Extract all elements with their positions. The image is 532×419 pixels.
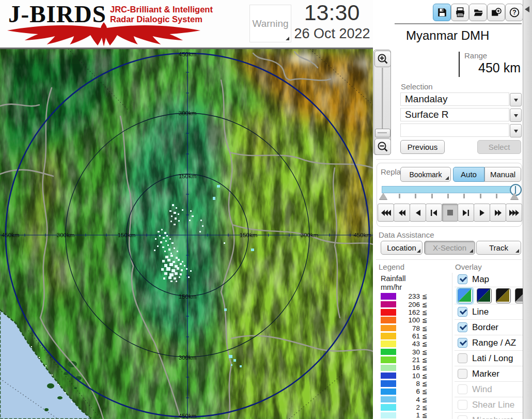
timeline-start-marker[interactable]: [379, 193, 387, 199]
help-button[interactable]: ?: [505, 4, 523, 21]
select-button[interactable]: Select: [477, 140, 521, 154]
panel-collapse-strip[interactable]: [523, 0, 532, 419]
product-dropdown-arrow-icon[interactable]: [510, 108, 522, 122]
print-icon: [455, 7, 465, 18]
map-style-button-2[interactable]: [477, 288, 492, 303]
timeline-end-marker[interactable]: [510, 193, 519, 199]
marker-checkbox[interactable]: [458, 369, 467, 379]
previous-button[interactable]: Previous: [400, 140, 445, 154]
lati-long-checkbox[interactable]: [458, 353, 467, 363]
playback-play-button[interactable]: [474, 204, 490, 222]
svg-text:450km: 450km: [2, 232, 20, 238]
play-reverse-icon: [416, 210, 420, 216]
legend-swatch: [381, 325, 396, 332]
xsection-label: X-Section: [433, 243, 466, 252]
legend-row: 21≦: [381, 356, 437, 364]
range-label: Range: [464, 51, 487, 60]
overlay-row-label: Border: [472, 322, 498, 333]
legend-row: 100≦: [381, 316, 437, 324]
timeline-tick: [496, 194, 497, 198]
playback-fast-forward-3-button[interactable]: [506, 204, 522, 222]
site-dropdown-arrow-icon[interactable]: [510, 93, 522, 106]
legend-swatch: [381, 396, 396, 403]
extra-dropdown[interactable]: [400, 123, 522, 137]
timeline-tick: [431, 194, 433, 198]
extra-dropdown-arrow-icon[interactable]: [510, 124, 522, 137]
zoom-out-button[interactable]: [374, 138, 391, 155]
line-checkbox[interactable]: [458, 307, 467, 317]
playback-step-back-button[interactable]: [426, 204, 442, 222]
zoom-slider-handle[interactable]: [375, 129, 390, 137]
bookmark-button[interactable]: Bookmark: [400, 167, 451, 182]
map-style-button-1[interactable]: [458, 288, 473, 303]
radar-map[interactable]: 450km 300km 150km 150km 300km 450km 450k…: [0, 49, 373, 419]
save-button[interactable]: [433, 4, 451, 21]
site-dropdown[interactable]: Mandalay: [400, 92, 522, 106]
legend-swatch: [381, 389, 396, 395]
map-style-button-3[interactable]: [496, 288, 511, 303]
legend-swatch: [381, 365, 396, 371]
extra-dropdown-value[interactable]: [400, 123, 509, 137]
fast-forward-2-icon: [495, 210, 502, 216]
print-button[interactable]: [451, 4, 469, 21]
legend-row: 8≦: [381, 380, 437, 387]
overlay-row-line[interactable]: Line: [455, 304, 523, 320]
overlay-row-map[interactable]: Map: [455, 272, 523, 287]
product-dropdown[interactable]: Surface R: [400, 108, 522, 122]
overlay-row-label: Wind: [472, 384, 492, 395]
overlay-row-marker[interactable]: Marker: [455, 366, 523, 382]
legend-row: 206≦: [381, 300, 437, 308]
radar-map-viewport[interactable]: 450km 300km 150km 150km 300km 450km 450k…: [0, 49, 373, 419]
zoom-in-button[interactable]: [374, 51, 391, 67]
playback-fast-forward-2-button[interactable]: [490, 204, 506, 222]
map-checkbox[interactable]: [458, 274, 467, 284]
capture-button[interactable]: [487, 4, 505, 21]
playback-play-reverse-button[interactable]: [410, 204, 426, 222]
select-label: Select: [489, 143, 510, 151]
overlay-row-range-az[interactable]: Range / AZ: [455, 335, 523, 351]
legend-swatch: [381, 317, 396, 323]
timeline-tick: [480, 194, 481, 198]
playback-fast-rewind-3-button[interactable]: [378, 204, 394, 222]
legend-row: 78≦: [381, 324, 437, 332]
wind-checkbox: [458, 384, 467, 394]
playback-step-forward-button[interactable]: [458, 204, 474, 222]
track-button[interactable]: Track: [476, 241, 521, 255]
warning-button[interactable]: Warning: [249, 5, 291, 42]
replay-timeline-track[interactable]: [382, 186, 515, 193]
separator: [376, 259, 522, 260]
folder-icon: [473, 7, 483, 18]
product-dropdown-value[interactable]: Surface R: [400, 108, 509, 121]
save-icon: [437, 7, 447, 18]
jbirds-window: 450km 300km 150km 150km 300km 450km 450k…: [0, 0, 532, 419]
location-button[interactable]: Location: [381, 241, 423, 255]
legend-swatch: [381, 373, 396, 379]
playback-fast-rewind-2-button[interactable]: [394, 204, 410, 222]
border-checkbox[interactable]: [458, 322, 467, 332]
auto-mode-button[interactable]: Auto: [453, 167, 484, 182]
bookmark-label: Bookmark: [409, 170, 442, 179]
range-value: 450 km: [444, 60, 521, 75]
range-az-checkbox[interactable]: [458, 338, 467, 348]
selection-label: Selection: [401, 82, 433, 91]
overlay-row-label: Map: [472, 274, 489, 285]
legend-swatch: [381, 309, 396, 316]
xsection-button[interactable]: X-Section: [424, 241, 475, 255]
overlay-row-border[interactable]: Border: [455, 320, 523, 335]
stop-icon: [447, 210, 453, 215]
legend-row: 10≦: [381, 371, 437, 379]
legend-row: 43≦: [381, 340, 437, 348]
overlay-row-lati-long[interactable]: Lati / Long: [455, 351, 523, 366]
open-folder-button[interactable]: [469, 4, 487, 21]
map-style-row: [455, 287, 523, 304]
overlay-row-wind: Wind: [455, 382, 523, 397]
timeline-tick: [447, 194, 449, 198]
step-back-icon: [431, 210, 437, 216]
manual-mode-button[interactable]: Manual: [484, 167, 521, 182]
playback-stop-button[interactable]: [442, 204, 458, 222]
header-bar: J-BIRDS JRC-Brilliant & Intelligent Rada…: [0, 0, 394, 49]
zoom-slider-track[interactable]: [382, 68, 384, 134]
site-dropdown-value[interactable]: Mandalay: [400, 92, 509, 106]
overlay-row-label: Microburst: [472, 415, 513, 419]
legend-swatch: [381, 293, 396, 300]
